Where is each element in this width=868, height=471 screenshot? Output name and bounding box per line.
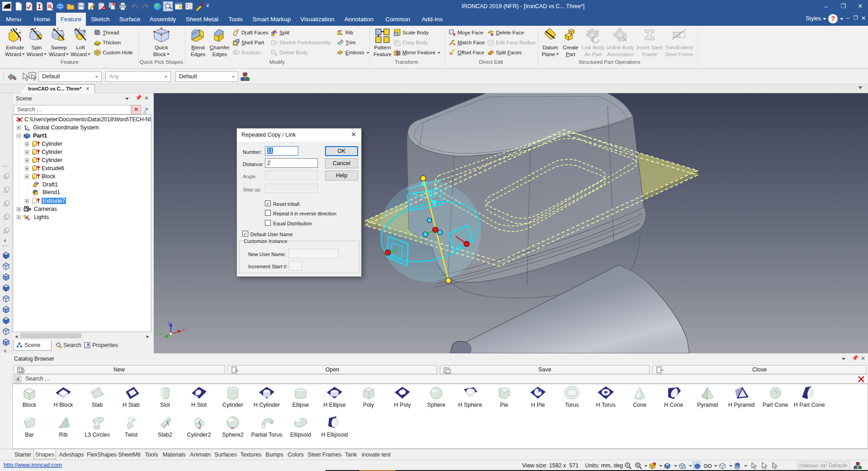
svg-text:y: y: [159, 331, 161, 336]
svg-text:z: z: [168, 321, 170, 326]
svg-text:x: x: [183, 327, 185, 332]
svg-text:5.298: 5.298: [413, 189, 436, 200]
svg-text:△: △: [143, 109, 146, 114]
